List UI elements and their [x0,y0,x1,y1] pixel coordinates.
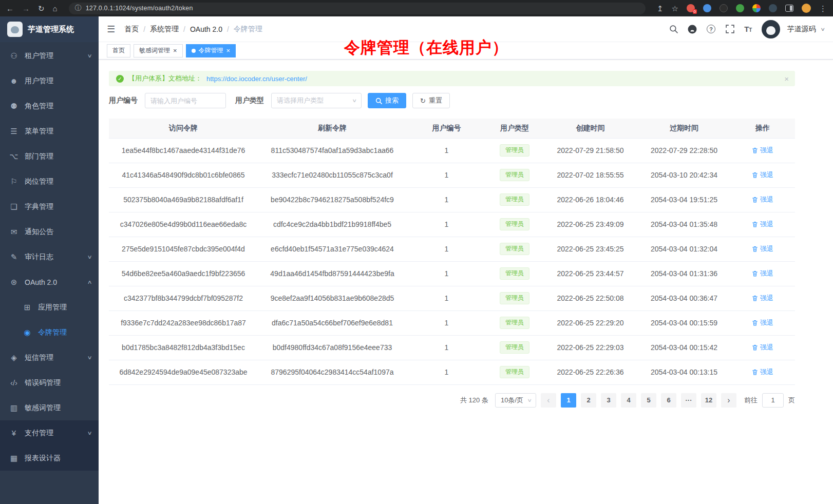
tab-sensitive-word[interactable]: 敏感词管理 × [134,44,183,57]
next-page-button[interactable]: › [721,393,736,408]
username[interactable]: 芋道源码 [787,25,816,34]
force-logout-button[interactable]: 强退 [752,220,773,229]
font-size-icon[interactable]: TT [744,25,752,33]
extension-icon-5[interactable] [752,4,761,12]
alert-close-icon[interactable]: × [784,74,789,83]
sidebar-item-oauth2[interactable]: ⊛ OAuth 2.0 ∧ [0,269,99,295]
extension-icon-3[interactable] [720,4,728,12]
page-button-3[interactable]: 3 [601,393,616,408]
broadcast-icon: ◉ [23,328,32,337]
sidebar-item-oauth2-token[interactable]: ◉ 令牌管理 [0,320,99,345]
app-logo[interactable]: 芋道管理系统 [0,16,99,42]
force-logout-button[interactable]: 强退 [752,195,773,204]
collapse-sidebar-icon[interactable]: ☰ [107,24,115,35]
sidebar-item-pay[interactable]: ¥ 支付管理 ∨ [0,420,99,445]
force-logout-button[interactable]: 强退 [752,146,773,155]
browser-profile-avatar[interactable] [802,4,811,13]
extension-icon-1[interactable]: 0 [687,4,695,12]
cell-access-token: 502375b8040a469a9b82188afdf6af1f [109,187,258,212]
breadcrumb-home[interactable]: 首页 [124,25,139,34]
sidebar-item-report-designer[interactable]: ▦ 报表设计器 [0,445,99,471]
search-icon[interactable] [669,25,678,34]
sidebar-item-tenant[interactable]: ⚇ 租户管理 ∨ [0,43,99,68]
page-button-12[interactable]: 12 [701,393,716,408]
bookmark-star-icon[interactable]: ☆ [672,5,678,12]
sidebar-item-sms[interactable]: ◈ 短信管理 ∨ [0,345,99,370]
avatar[interactable] [762,20,780,38]
force-logout-button[interactable]: 强退 [752,244,773,254]
alert-text: 【用户体系】文档地址： [128,74,202,83]
extension-icon-4[interactable] [736,4,744,12]
close-icon[interactable]: × [173,47,177,54]
tab-token[interactable]: 令牌管理 × [186,44,236,57]
back-icon[interactable]: ← [6,5,14,12]
org-tree-icon: ⌥ [9,152,18,161]
force-logout-button[interactable]: 强退 [752,318,773,327]
chevron-down-icon[interactable]: ∨ [821,27,826,32]
page-button-5[interactable]: 5 [641,393,656,408]
cell-created-time: 2022-06-25 22:29:03 [543,335,638,360]
sidebar-item-menu[interactable]: ☰ 菜单管理 [0,119,99,144]
split-view-icon[interactable] [785,5,793,12]
close-icon[interactable]: × [226,47,231,54]
user-type-badge: 管理员 [500,144,529,157]
refresh-icon[interactable]: ↻ [38,5,45,12]
url-bar[interactable]: ⓘ 127.0.0.1:1024/system/oauth2/token [69,3,646,14]
github-icon[interactable] [688,25,697,34]
cell-user-id: 1 [407,212,486,237]
force-logout-button[interactable]: 强退 [752,269,773,278]
refresh-icon: ↻ [420,97,426,105]
forward-icon[interactable]: → [22,5,30,12]
user-type-badge: 管理员 [500,317,529,329]
trash-icon [752,295,758,301]
cell-user-id: 1 [407,138,486,163]
force-logout-button[interactable]: 强退 [752,170,773,180]
sidebar-item-role[interactable]: ⚉ 角色管理 [0,93,99,119]
help-icon[interactable]: ? [707,25,715,33]
reset-button[interactable]: ↻ 重置 [412,93,450,108]
sidebar-item-notice[interactable]: ✉ 通知公告 [0,219,99,244]
page-button-1[interactable]: 1 [561,393,576,408]
user-icon: ☻ [9,76,18,85]
sidebar-item-post[interactable]: ⚐ 岗位管理 [0,169,99,194]
prev-page-button[interactable]: ‹ [541,393,556,408]
search-button[interactable]: 搜索 [368,93,406,108]
user-id-input[interactable] [145,93,226,108]
user-type-select[interactable]: 请选择用户类型 ∨ [271,93,362,108]
breadcrumb-system[interactable]: 系统管理 [150,25,179,34]
home-icon[interactable]: ⌂ [53,5,58,12]
share-icon[interactable]: ↥ [657,5,664,12]
force-logout-button[interactable]: 强退 [752,343,773,352]
goto-page-input[interactable] [762,393,784,408]
force-logout-button[interactable]: 强退 [752,367,773,377]
cell-expire-time: 2054-03-04 19:51:25 [638,187,730,212]
breadcrumb-oauth2[interactable]: OAuth 2.0 [190,25,222,33]
sidebar-item-error-code[interactable]: ‹/› 错误码管理 [0,370,99,395]
browser-menu-icon[interactable]: ⋮ [819,5,827,12]
page-button-6[interactable]: 6 [661,393,676,408]
force-logout-button[interactable]: 强退 [752,294,773,303]
doc-link[interactable]: https://doc.iocoder.cn/user-center/ [206,75,307,83]
cell-expire-time: 2054-03-04 00:36:47 [638,286,730,311]
sidebar-item-user[interactable]: ☻ 用户管理 [0,68,99,93]
page-button-4[interactable]: 4 [621,393,636,408]
cell-user-id: 1 [407,163,486,187]
site-info-icon[interactable]: ⓘ [75,4,82,13]
page-size-select[interactable]: 10条/页 ∨ [495,393,536,408]
sidebar-item-oauth2-app[interactable]: ⊞ 应用管理 [0,295,99,320]
extension-icon-6[interactable] [769,4,777,12]
tab-home[interactable]: 首页 [107,44,130,57]
user-type-badge: 管理员 [500,193,529,206]
sidebar-item-audit-log[interactable]: ✎ 审计日志 ∨ [0,244,99,269]
page-button-2[interactable]: 2 [581,393,596,408]
fullscreen-icon[interactable] [725,25,734,34]
sidebar-item-dict[interactable]: ❏ 字典管理 [0,194,99,219]
url-text: 127.0.0.1:1024/system/oauth2/token [86,5,193,12]
cell-access-token: 54d6be82ee5a460a9aedc1f9bf223656 [109,261,258,286]
browser-toolbar: ← → ↻ ⌂ ⓘ 127.0.0.1:1024/system/oauth2/t… [0,0,833,16]
extension-icon-2[interactable] [703,4,711,12]
more-pages-button[interactable]: ··· [681,393,696,408]
sidebar-item-sensitive-word[interactable]: ▥ 敏感词管理 [0,395,99,420]
user-type-badge: 管理员 [500,366,529,378]
sidebar-item-dept[interactable]: ⌥ 部门管理 [0,144,99,169]
